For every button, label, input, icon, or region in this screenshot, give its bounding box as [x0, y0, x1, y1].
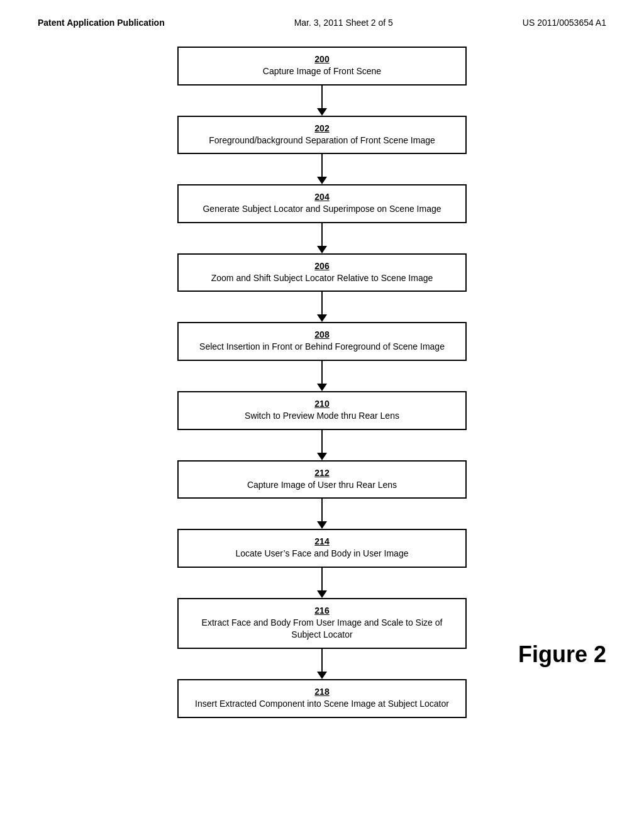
step-202-number: 202	[189, 123, 455, 133]
arrow-head-4	[317, 384, 327, 391]
step-216-label: Extract Face and Body From User Image an…	[202, 617, 443, 640]
step-212: 212Capture Image of User thru Rear Lens	[177, 460, 467, 499]
arrow-2	[317, 223, 327, 253]
arrow-7	[317, 568, 327, 598]
step-208-label: Select Insertion in Front or Behind Fore…	[199, 341, 445, 351]
step-212-number: 212	[189, 468, 455, 478]
arrow-head-0	[317, 108, 327, 116]
step-216-number: 216	[189, 606, 455, 616]
step-218-number: 218	[189, 687, 455, 697]
arrow-line-5	[321, 430, 323, 453]
step-204: 204Generate Subject Locator and Superimp…	[177, 184, 467, 223]
arrow-1	[317, 154, 327, 184]
step-200-number: 200	[189, 54, 455, 64]
step-208-number: 208	[189, 329, 455, 340]
figure-label: Figure 2	[518, 641, 606, 668]
header-date-sheet: Mar. 3, 2011 Sheet 2 of 5	[294, 18, 393, 28]
arrow-line-2	[321, 223, 323, 246]
arrow-head-8	[317, 672, 327, 679]
arrow-line-1	[321, 154, 323, 177]
arrow-8	[317, 649, 327, 679]
step-204-label: Generate Subject Locator and Superimpose…	[203, 204, 441, 214]
step-206-number: 206	[189, 261, 455, 271]
arrow-6	[317, 499, 327, 529]
arrow-head-1	[317, 177, 327, 184]
step-218: 218Insert Extracted Component into Scene…	[177, 679, 467, 718]
arrow-line-7	[321, 568, 323, 590]
step-214-label: Locate User’s Face and Body in User Imag…	[236, 548, 409, 558]
arrow-line-3	[321, 292, 323, 314]
step-206: 206Zoom and Shift Subject Locator Relati…	[177, 253, 467, 292]
arrow-3	[317, 292, 327, 322]
step-202: 202Foreground/background Separation of F…	[177, 116, 467, 155]
step-212-label: Capture Image of User thru Rear Lens	[247, 480, 397, 490]
arrow-line-6	[321, 499, 323, 521]
step-200-label: Capture Image of Front Scene	[263, 66, 381, 76]
header-publication-label: Patent Application Publication	[38, 18, 165, 28]
page-header: Patent Application Publication Mar. 3, 2…	[0, 0, 644, 34]
flowchart: 200Capture Image of Front Scene202Foregr…	[165, 47, 479, 718]
diagram-container: 200Capture Image of Front Scene202Foregr…	[0, 34, 644, 743]
step-210: 210Switch to Preview Mode thru Rear Lens	[177, 391, 467, 430]
arrow-head-5	[317, 453, 327, 460]
step-204-number: 204	[189, 192, 455, 202]
arrow-line-0	[321, 86, 323, 108]
step-214-number: 214	[189, 536, 455, 546]
step-200: 200Capture Image of Front Scene	[177, 47, 467, 86]
step-210-number: 210	[189, 399, 455, 409]
arrow-5	[317, 430, 327, 460]
step-206-label: Zoom and Shift Subject Locator Relative …	[211, 273, 433, 283]
arrow-4	[317, 361, 327, 391]
step-210-label: Switch to Preview Mode thru Rear Lens	[245, 411, 399, 421]
arrow-head-7	[317, 590, 327, 598]
step-208: 208Select Insertion in Front or Behind F…	[177, 322, 467, 361]
arrow-line-8	[321, 649, 323, 672]
step-214: 214Locate User’s Face and Body in User I…	[177, 529, 467, 568]
step-202-label: Foreground/background Separation of Fron…	[209, 135, 435, 145]
arrow-line-4	[321, 361, 323, 384]
arrow-0	[317, 86, 327, 116]
arrow-head-3	[317, 314, 327, 322]
arrow-head-2	[317, 246, 327, 253]
step-218-label: Insert Extracted Component into Scene Im…	[195, 699, 449, 709]
header-patent-number: US 2011/0053654 A1	[523, 18, 606, 28]
arrow-head-6	[317, 521, 327, 529]
step-216: 216Extract Face and Body From User Image…	[177, 598, 467, 649]
